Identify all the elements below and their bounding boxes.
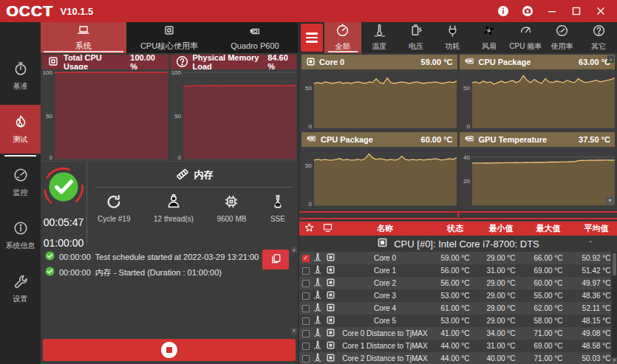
- sidebar-item-测试[interactable]: 测试: [0, 105, 41, 154]
- chart-total-cpu-usage: Total CPU Usage 100.00 % 100500: [42, 55, 168, 161]
- log-scrollbar[interactable]: ▲ ▼: [291, 247, 297, 334]
- cpu-group-title: CPU [#0]: Intel Core i7-8700: DTS: [394, 238, 539, 250]
- table-row[interactable]: Core 0 Distance to TjMAX 41.00 °C 34.00 …: [299, 327, 611, 340]
- log-entry: 00:00:00 内存 - Started (Duration : 01:00:…: [45, 266, 290, 279]
- col-status[interactable]: 状态: [432, 223, 478, 234]
- chip-icon: [326, 340, 335, 351]
- menu-icon[interactable]: [301, 24, 323, 52]
- sidebar-item-监控[interactable]: 监控: [0, 158, 41, 207]
- tab-CPU 频率[interactable]: CPU 频率: [508, 22, 545, 53]
- table-scrollbar[interactable]: ▼: [612, 252, 617, 364]
- sensor-min: 29.00 °C: [478, 304, 524, 312]
- sensor-avg: 50.92 °C: [573, 254, 617, 262]
- elapsed-time: 00:05:47: [44, 216, 84, 228]
- chart-gpu-temperature: GPU Temperature 37.50 °C 4020: [460, 132, 616, 207]
- collapse-icon[interactable]: ⌃: [587, 240, 593, 247]
- monitor-icon[interactable]: [321, 222, 334, 235]
- charts-scroll-down-icon[interactable]: ▼: [606, 196, 614, 205]
- stop-icon: [161, 342, 177, 358]
- row-checkbox[interactable]: [302, 292, 310, 300]
- table-row[interactable]: Core 1 Distance to TjMAX 44.00 °C 31.00 …: [299, 340, 611, 352]
- table-row[interactable]: Core 5 53.00 °C 29.00 °C 58.00 °C 48.15 …: [299, 315, 611, 327]
- sensor-table-header: 名称 状态 最小值 最大值 平均值: [299, 222, 617, 236]
- star-icon[interactable]: [304, 222, 315, 235]
- chart-physical-memory-load: Physical Memory Load 84.60 % 100500: [171, 55, 297, 161]
- copy-log-button[interactable]: [262, 250, 289, 269]
- cpu-icon: [163, 24, 176, 40]
- table-row[interactable]: Core 2 56.00 °C 29.00 °C 60.00 °C 49.97 …: [299, 277, 611, 289]
- tab-Quadro P600[interactable]: Quadro P600: [212, 22, 298, 53]
- tab-CPU核心使用率[interactable]: CPU核心使用率: [126, 22, 212, 53]
- tab-功耗[interactable]: 功耗: [434, 22, 471, 53]
- thermometer-icon: [313, 290, 322, 301]
- all-monitor-icon: [335, 24, 350, 41]
- system-charts: Total CPU Usage 100.00 % 100500 Physical…: [41, 53, 298, 161]
- tab-系统[interactable]: 系统: [41, 22, 126, 53]
- maximize-icon[interactable]: [569, 4, 584, 18]
- row-checkbox[interactable]: ✓: [302, 255, 310, 262]
- row-checkbox[interactable]: [302, 343, 310, 350]
- info-icon[interactable]: [496, 4, 511, 18]
- sidebar-item-系统信息[interactable]: 系统信息: [0, 211, 41, 260]
- table-row[interactable]: Core 1 56.00 °C 31.00 °C 69.00 °C 51.42 …: [299, 264, 611, 277]
- test-stat: Cycle #19: [98, 193, 130, 223]
- chart-cpu-package: CPU Package 63.00 °C 500: [460, 55, 616, 130]
- sensor-rows: ✓ Core 0 59.00 °C 29.00 °C 66.00 °C 50.9…: [299, 252, 617, 364]
- sidebar-item-设置[interactable]: 设置: [0, 264, 41, 313]
- charts-scroll-up-icon[interactable]: ▲: [607, 55, 614, 63]
- row-checkbox[interactable]: [302, 280, 310, 287]
- cpu-group-header[interactable]: CPU [#0]: Intel Core i7-8700: DTS ⌃: [299, 236, 617, 252]
- test-stat: SSE: [270, 193, 286, 223]
- svg-text:50: 50: [305, 162, 312, 169]
- col-min[interactable]: 最小值: [478, 223, 524, 234]
- tab-电压[interactable]: 电压: [398, 22, 434, 53]
- test-stat: 9600 MB: [217, 193, 246, 223]
- col-name[interactable]: 名称: [338, 223, 432, 234]
- stop-test-button[interactable]: [43, 339, 296, 361]
- minimize-icon[interactable]: [545, 4, 559, 18]
- row-checkbox[interactable]: [302, 317, 310, 325]
- app-version: V10.1.5: [61, 6, 94, 17]
- sensor-max: 55.00 °C: [524, 292, 573, 300]
- log-time: 00:00:00: [59, 253, 91, 261]
- chip-icon: [326, 265, 335, 276]
- tab-全部[interactable]: 全部: [324, 22, 361, 53]
- col-avg[interactable]: 平均值: [573, 223, 617, 234]
- row-checkbox[interactable]: [302, 267, 310, 275]
- sensor-avg: 49.97 °C: [573, 279, 617, 287]
- table-row[interactable]: Core 4 61.00 °C 29.00 °C 62.00 °C 52.11 …: [299, 302, 611, 315]
- battery-bolt-icon: [409, 24, 423, 41]
- splitter-handle-icon[interactable]: ▲▼: [456, 212, 460, 218]
- camera-icon[interactable]: [520, 4, 535, 18]
- sidebar-item-基准[interactable]: 基准: [0, 52, 41, 100]
- info-circle-icon: [13, 221, 28, 238]
- chart-title: Physical Memory Load: [193, 53, 265, 71]
- table-row[interactable]: Core 3 53.00 °C 29.00 °C 55.00 °C 48.36 …: [299, 289, 611, 302]
- tab-使用率[interactable]: 使用率: [544, 22, 581, 53]
- sensor-max: 58.00 °C: [524, 317, 573, 325]
- table-row[interactable]: Core 2 Distance to TjMAX 44.00 °C 40.00 …: [299, 352, 611, 364]
- tab-温度[interactable]: 温度: [361, 22, 398, 53]
- scroll-down-icon[interactable]: ▼: [612, 357, 617, 364]
- panel-splitter[interactable]: ▲▼: [299, 209, 617, 222]
- scroll-up-icon[interactable]: ▲: [291, 247, 297, 253]
- tab-风扇[interactable]: 风扇: [471, 22, 508, 53]
- sensor-min: 31.00 °C: [478, 342, 524, 350]
- sensor-current: 61.00 °C: [432, 304, 478, 312]
- thermometer-icon: [313, 253, 322, 264]
- row-checkbox[interactable]: [302, 355, 310, 363]
- sensor-avg: 50.03 °C: [573, 354, 617, 363]
- svg-text:50: 50: [305, 85, 312, 92]
- scrollbar-thumb[interactable]: [613, 253, 616, 275]
- row-checkbox[interactable]: [302, 305, 310, 312]
- col-max[interactable]: 最大值: [524, 223, 573, 234]
- sensor-min: 34.00 °C: [478, 329, 524, 337]
- close-icon[interactable]: [593, 4, 608, 18]
- chip-icon: [326, 315, 335, 326]
- card-icon: [464, 57, 475, 67]
- table-row[interactable]: ✓ Core 0 59.00 °C 29.00 °C 66.00 °C 50.9…: [299, 252, 611, 264]
- tab-其它[interactable]: 其它: [581, 22, 617, 53]
- row-checkbox[interactable]: [302, 330, 310, 337]
- scroll-down-icon[interactable]: ▼: [291, 328, 297, 334]
- sensor-avg: 52.11 °C: [573, 304, 617, 312]
